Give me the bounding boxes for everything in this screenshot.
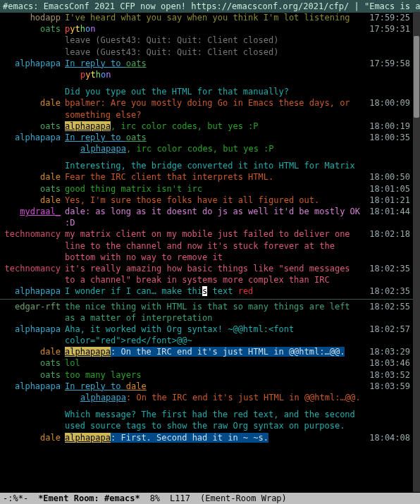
nick: oats — [3, 369, 65, 381]
timestamp: 18:02:35 — [369, 285, 410, 297]
server-message: leave (Guest43: Quit: Quit: Client close… — [0, 47, 413, 58]
modeline-buffer: *Ement Room: #emacs* — [38, 493, 140, 504]
nick: dale — [3, 97, 65, 109]
reply-link[interactable]: In reply to — [65, 381, 126, 391]
reply-link[interactable]: In reply to — [65, 59, 126, 68]
timestamp: 18:00:09 — [369, 97, 410, 109]
message-body: alphapapa: First. Second had it in ~ ~s. — [65, 432, 369, 443]
timestamp: 17:59:25 — [369, 12, 410, 23]
mode-line: -:%*- *Ement Room: #emacs* 8% L117 (Emen… — [0, 493, 420, 504]
message-row: alphapapa In reply to oats 17:59:58 — [0, 58, 413, 69]
message-row: oats alphapapa, irc color codes, but yes… — [0, 121, 413, 132]
nick: oats — [3, 23, 65, 35]
message-body: Yes, I'm sure those folks have it all fi… — [65, 195, 369, 206]
message-body: alphapapa: On the IRC end it's just HTML… — [65, 346, 369, 357]
server-message: leave (Guest43: Quit: Quit: Client close… — [0, 35, 413, 46]
timestamp: 18:03:52 — [369, 369, 410, 381]
reply-link[interactable]: In reply to — [65, 133, 126, 142]
message-body: I've heard what you say when you think I… — [65, 12, 369, 23]
message-row: technomancy it's really amazing how basi… — [0, 263, 413, 285]
message-body: dale: as long as it doesnt do js as well… — [65, 206, 369, 228]
timestamp: 18:03:59 — [369, 381, 410, 392]
message-body: Which message? The first had the red tex… — [65, 409, 369, 431]
message-body: bpalmer: Are you mostly doing Go in Emac… — [65, 97, 369, 120]
timestamp: 17:59:58 — [369, 58, 410, 69]
message-row: dale Fear the IRC client that interprets… — [0, 171, 413, 183]
modeline-mode: (Ement-Room Wrap) — [200, 493, 287, 504]
nick: alphapapa — [3, 132, 65, 143]
message-body: Fear the IRC client that interprets HTML… — [65, 171, 369, 183]
message-row: oats lol 18:03:46 — [0, 357, 413, 369]
timestamp: 17:59:31 — [369, 23, 410, 35]
message-body: python — [65, 23, 369, 35]
message-body: Interesting, the bridge converted it int… — [65, 160, 369, 171]
message-row: dale alphapapa: First. Second had it in … — [0, 432, 413, 443]
message-row: oats too many layers 18:03:52 — [0, 369, 413, 381]
timestamp: 18:02:57 — [369, 324, 410, 335]
timestamp: 18:01:44 — [369, 206, 410, 217]
message-body: good thing matrix isn't irc — [65, 183, 369, 195]
message-body: Aha, it worked with Org syntax! ~@@html:… — [65, 324, 369, 346]
mention-highlight[interactable]: alphapapa — [65, 121, 111, 131]
nick: alphapapa — [3, 324, 65, 335]
py-letter: t — [75, 24, 80, 34]
message-body: lol — [65, 357, 369, 369]
nick: technomancy — [3, 228, 65, 240]
modeline-percent: 8% — [150, 493, 160, 504]
nick: hodapp — [3, 12, 65, 23]
py-letter: n — [90, 24, 95, 34]
mention[interactable]: oats — [126, 59, 147, 68]
message-body: In reply to oats — [65, 132, 369, 143]
message-row: hodapp I've heard what you say when you … — [0, 12, 413, 23]
mention[interactable]: alphapapa — [80, 393, 126, 402]
timestamp: 18:02:55 — [369, 301, 410, 312]
timestamp: 18:02:18 — [369, 228, 410, 240]
timestamp: 18:03:46 — [369, 357, 410, 369]
scrollbar[interactable] — [413, 12, 420, 492]
read-marker — [0, 299, 413, 300]
nick: technomancy — [3, 263, 65, 274]
quoted-body: alphapapa: On the IRC end it's just HTML… — [65, 392, 369, 403]
message-row: oats good thing matrix isn't irc 18:01:0… — [0, 183, 413, 195]
timestamp: 18:03:29 — [369, 346, 410, 357]
message-log[interactable]: hodapp I've heard what you say when you … — [0, 12, 413, 492]
nick: dale — [3, 195, 65, 206]
timestamp: 18:01:21 — [369, 195, 410, 206]
timestamp: 18:00:50 — [369, 171, 410, 183]
modeline-status: -:%*- — [3, 493, 28, 504]
message-body: In reply to dale — [65, 381, 369, 392]
message-row: technomancy my matrix client on my mobil… — [0, 228, 413, 263]
modeline-line: L117 — [170, 493, 190, 504]
message-body: alphapapa, irc color codes, but yes :P — [65, 121, 369, 132]
nick: mydraal_ — [3, 206, 65, 217]
nick: alphapapa — [3, 285, 65, 297]
message-row: dale bpalmer: Are you mostly doing Go in… — [0, 97, 413, 120]
py-letter: h — [80, 24, 85, 34]
message-body: the nice thing with HTML is that so many… — [65, 301, 369, 324]
message-body: I wonder if I can… make this text red — [65, 285, 369, 297]
message-row: edgar-rft the nice thing with HTML is th… — [0, 301, 413, 324]
mention-highlight[interactable]: alphapapa — [65, 433, 111, 443]
mention[interactable]: oats — [126, 133, 147, 142]
message-body: my matrix client on my mobile just faile… — [65, 228, 369, 263]
nick: alphapapa — [3, 58, 65, 69]
timestamp: 18:00:35 — [369, 132, 410, 143]
message-row: alphapapa Aha, it worked with Org syntax… — [0, 324, 413, 346]
nick: oats — [3, 121, 65, 132]
mention[interactable]: alphapapa — [80, 144, 126, 154]
message-row: alphapapa I wonder if I can… make this t… — [0, 285, 413, 297]
nick: edgar-rft — [3, 301, 65, 312]
scrollbar-thumb[interactable] — [414, 36, 419, 118]
message-row: alphapapa In reply to dale 18:03:59 — [0, 381, 413, 392]
timestamp: 18:04:08 — [369, 432, 410, 443]
mention[interactable]: dale — [126, 381, 147, 391]
nick: dale — [3, 171, 65, 183]
message-body: In reply to oats — [65, 58, 369, 69]
quoted-body: python — [65, 69, 369, 80]
message-row: dale alphapapa: On the IRC end it's just… — [0, 346, 413, 357]
timestamp: 18:00:19 — [369, 121, 410, 132]
message-row: mydraal_ dale: as long as it doesnt do j… — [0, 206, 413, 228]
nick: alphapapa — [3, 381, 65, 392]
nick: oats — [3, 357, 65, 369]
mention-highlight[interactable]: alphapapa — [65, 347, 111, 357]
